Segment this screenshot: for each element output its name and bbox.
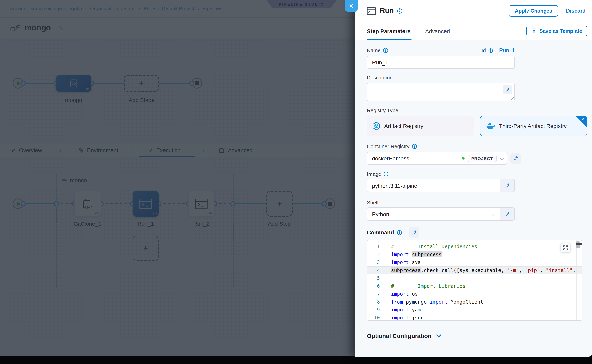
pin-icon xyxy=(513,156,518,161)
code-line[interactable]: 2import subprocess xyxy=(367,251,582,259)
panel-header: Run Apply Changes Discard xyxy=(355,0,592,22)
pipeline-canvas-region: Account: kurosakiichigo.songoku › Organi… xyxy=(0,0,355,364)
selected-corner xyxy=(575,116,587,128)
terminal-icon xyxy=(367,7,376,15)
code-line[interactable]: 4subprocess.check_call([sys.executable, … xyxy=(367,266,582,274)
runtime-pin-button[interactable] xyxy=(500,208,515,221)
editor-overview-mark xyxy=(576,243,582,245)
info-icon[interactable] xyxy=(383,171,389,177)
discard-button[interactable]: Discard xyxy=(566,8,586,14)
command-label: Command xyxy=(367,229,394,235)
image-label: Image xyxy=(367,171,381,177)
code-lines: 1# ====== Install Dependencies ========2… xyxy=(367,243,582,320)
name-input[interactable] xyxy=(367,56,515,69)
pin-icon xyxy=(412,230,417,235)
chevron-down-icon xyxy=(436,332,441,337)
description-input[interactable] xyxy=(367,83,515,101)
step-type-title: Run xyxy=(380,7,394,15)
id-label: Id xyxy=(481,47,486,53)
image-input[interactable] xyxy=(367,179,500,192)
registry-type-label: Registry Type xyxy=(367,108,398,113)
id-separator: : xyxy=(495,47,497,53)
container-registry-label: Container Registry xyxy=(367,143,409,150)
code-line[interactable]: 3import sys xyxy=(367,259,582,266)
step-parameters-form: Name Id : Run_1 D xyxy=(355,40,592,357)
registry-option-artifact-registry[interactable]: Artifact Registry xyxy=(367,116,474,136)
dim-overlay xyxy=(0,0,355,364)
pipeline-studio-app: Account: kurosakiichigo.songoku › Organi… xyxy=(0,0,592,364)
code-line[interactable]: 9import yaml xyxy=(367,306,582,314)
runtime-pin-button[interactable] xyxy=(500,179,515,192)
expand-editor-button[interactable] xyxy=(560,243,571,253)
bottom-edge-bar xyxy=(0,356,592,364)
registry-option-label: Third-Party Artifact Registry xyxy=(499,123,567,129)
info-icon[interactable] xyxy=(383,48,388,53)
info-icon[interactable] xyxy=(397,230,402,235)
panel-tabs: Step Parameters Advanced Save as Templat… xyxy=(355,22,592,40)
code-line[interactable]: 5 xyxy=(367,274,582,282)
tab-advanced[interactable]: Advanced xyxy=(425,28,450,34)
info-icon[interactable] xyxy=(488,48,493,53)
description-label: Description xyxy=(367,75,393,81)
info-icon[interactable] xyxy=(397,8,403,14)
info-icon[interactable] xyxy=(412,144,417,149)
shell-label: Shell xyxy=(367,200,378,206)
artifact-registry-icon xyxy=(372,122,380,130)
pin-icon xyxy=(505,183,510,188)
close-drawer-button[interactable]: ✕ xyxy=(345,0,358,12)
editor-scrollbar[interactable] xyxy=(576,240,577,320)
save-as-template-button[interactable]: Save as Template xyxy=(526,26,587,36)
registry-option-third-party[interactable]: Third-Party Artifact Registry ✓ xyxy=(480,116,587,136)
code-line[interactable]: 6# ====== Import Libraries =========== xyxy=(367,282,582,290)
optional-configuration-toggle[interactable]: Optional Configuration xyxy=(367,332,587,339)
pin-icon xyxy=(505,211,510,217)
code-line[interactable]: 10import json xyxy=(367,314,582,320)
registry-option-label: Artifact Registry xyxy=(384,123,424,129)
code-line[interactable]: 1# ====== Install Dependencies ======== xyxy=(367,243,582,251)
code-line[interactable]: 7import os xyxy=(367,290,582,298)
runtime-pin-button[interactable] xyxy=(409,227,420,238)
scope-badge: PROJECT xyxy=(468,155,497,162)
save-as-template-label: Save as Template xyxy=(539,28,582,34)
code-line[interactable]: 8from pymongo import MongoClient xyxy=(367,298,582,306)
container-registry-selector[interactable]: dockerHarness PROJECT xyxy=(367,152,507,165)
runtime-pin-button[interactable] xyxy=(503,85,512,94)
pin-icon xyxy=(505,87,510,92)
connector-status-dot xyxy=(462,157,464,160)
command-code-editor[interactable]: 1# ====== Install Dependencies ========2… xyxy=(367,240,582,320)
name-label: Name xyxy=(367,47,381,53)
check-icon: ✓ xyxy=(582,117,585,122)
step-id-value[interactable]: Run_1 xyxy=(499,47,515,53)
step-config-panel: Run Apply Changes Discard Step Parameter… xyxy=(355,0,592,357)
optional-configuration-label: Optional Configuration xyxy=(367,332,431,339)
upload-icon xyxy=(531,28,537,34)
shell-select[interactable]: Python xyxy=(367,208,500,221)
active-tab-underline xyxy=(367,39,411,40)
shell-value: Python xyxy=(372,211,389,217)
container-registry-value: dockerHarness xyxy=(372,155,409,162)
docker-icon xyxy=(486,123,495,130)
runtime-pin-button[interactable] xyxy=(511,153,521,163)
apply-changes-button[interactable]: Apply Changes xyxy=(509,5,558,17)
tab-step-parameters[interactable]: Step Parameters xyxy=(367,28,410,34)
fullscreen-icon xyxy=(563,245,568,250)
chevron-down-icon[interactable] xyxy=(500,156,504,160)
chevron-down-icon xyxy=(492,211,497,216)
resize-handle[interactable] xyxy=(511,97,514,100)
